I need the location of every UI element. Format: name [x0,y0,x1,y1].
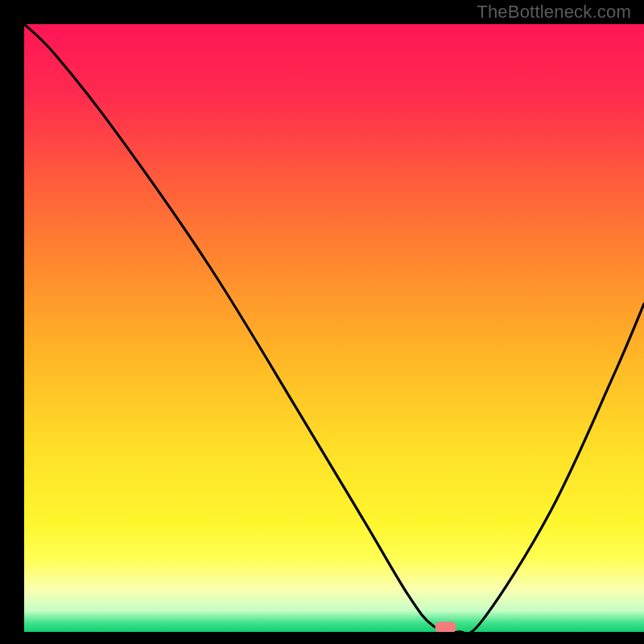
chart-root: TheBottleneck.com [0,0,644,644]
bottleneck-curve [24,24,644,632]
curve-layer [24,24,644,632]
current-config-marker [436,621,456,632]
plot-area [24,24,644,632]
watermark-text: TheBottleneck.com [477,2,631,23]
